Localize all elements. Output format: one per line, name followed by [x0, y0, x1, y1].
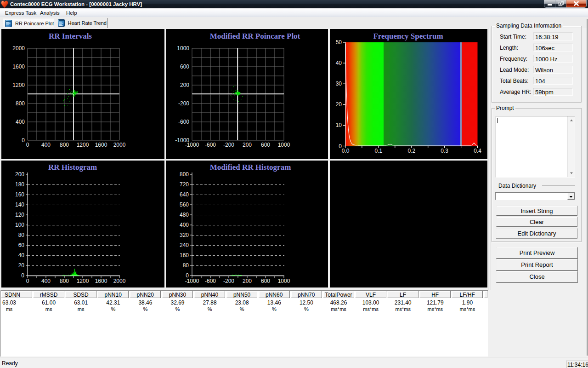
svg-text:720: 720 [180, 181, 189, 188]
svg-text:-200: -200 [223, 142, 234, 148]
svg-text:-1000: -1000 [185, 278, 199, 284]
svg-text:640: 640 [180, 191, 189, 198]
svg-text:-200: -200 [178, 100, 189, 107]
svg-text:2000: 2000 [113, 278, 126, 284]
svg-text:160: 160 [180, 252, 189, 259]
svg-text:80: 80 [18, 232, 25, 238]
svg-text:160: 160 [15, 191, 24, 198]
svg-text:600: 600 [261, 278, 270, 284]
svg-text:10: 10 [335, 122, 342, 128]
svg-text:800: 800 [16, 100, 25, 107]
svg-text:80: 80 [183, 262, 189, 269]
svg-text:50: 50 [335, 39, 342, 46]
svg-text:20: 20 [18, 262, 25, 269]
svg-text:800: 800 [180, 171, 189, 178]
svg-text:1200: 1200 [12, 82, 25, 88]
svg-text:480: 480 [180, 212, 189, 218]
svg-text:200: 200 [243, 278, 252, 284]
svg-text:2000: 2000 [113, 142, 126, 148]
svg-text:40: 40 [18, 252, 25, 259]
svg-text:2000: 2000 [12, 45, 25, 52]
svg-text:400: 400 [16, 119, 25, 125]
svg-text:240: 240 [180, 242, 189, 248]
svg-text:1000: 1000 [177, 45, 189, 52]
svg-text:400: 400 [180, 222, 189, 228]
svg-text:140: 140 [15, 201, 24, 208]
svg-text:1600: 1600 [95, 278, 107, 284]
svg-text:1000: 1000 [278, 142, 290, 148]
svg-text:-600: -600 [178, 119, 189, 125]
svg-text:20: 20 [335, 101, 342, 108]
svg-text:120: 120 [15, 212, 24, 218]
svg-text:0: 0 [21, 272, 24, 279]
svg-text:0.3: 0.3 [441, 148, 448, 154]
svg-text:0: 0 [26, 278, 29, 284]
svg-text:320: 320 [180, 232, 189, 238]
svg-text:-1000: -1000 [185, 142, 199, 148]
svg-text:600: 600 [261, 142, 270, 148]
svg-text:0.2: 0.2 [407, 148, 415, 154]
svg-text:1600: 1600 [95, 142, 107, 148]
svg-text:1200: 1200 [77, 142, 89, 148]
svg-text:100: 100 [15, 222, 24, 228]
svg-text:40: 40 [335, 60, 342, 66]
svg-text:-200: -200 [223, 278, 234, 284]
svg-text:560: 560 [180, 201, 189, 208]
svg-text:800: 800 [60, 278, 69, 284]
svg-text:60: 60 [18, 242, 25, 248]
svg-text:800: 800 [60, 142, 69, 148]
svg-text:600: 600 [180, 63, 189, 70]
svg-text:0: 0 [22, 137, 25, 144]
svg-text:200: 200 [180, 82, 189, 88]
svg-text:0.4: 0.4 [474, 148, 481, 154]
svg-text:1600: 1600 [12, 63, 25, 70]
svg-text:200: 200 [15, 171, 24, 178]
svg-text:1000: 1000 [278, 278, 290, 284]
svg-text:200: 200 [243, 142, 252, 148]
svg-text:-600: -600 [205, 278, 216, 284]
svg-text:30: 30 [335, 80, 342, 87]
svg-text:400: 400 [41, 278, 51, 284]
svg-text:1200: 1200 [77, 278, 89, 284]
svg-text:0: 0 [26, 142, 29, 148]
svg-text:0.0: 0.0 [341, 148, 349, 154]
svg-text:-600: -600 [205, 142, 216, 148]
svg-text:0.1: 0.1 [374, 148, 382, 154]
svg-text:180: 180 [15, 181, 24, 188]
svg-text:400: 400 [41, 142, 51, 148]
